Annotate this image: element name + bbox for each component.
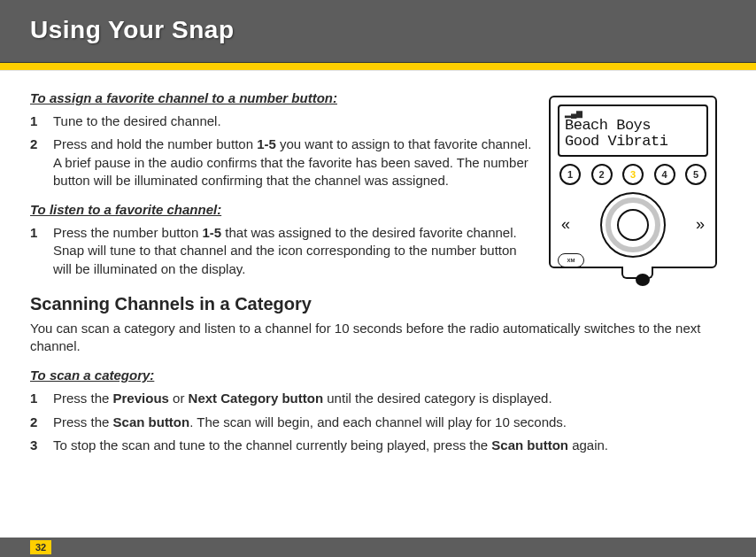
preset-button-1[interactable]: 1	[559, 164, 581, 185]
manual-page: Using Your Snap To assign a favorite cha…	[0, 0, 756, 557]
screen-line-1: Beach Boys	[565, 118, 701, 134]
step-text: Tune to the desired channel.	[53, 113, 221, 128]
step-text-mid: or	[169, 391, 189, 406]
header-band: Using Your Snap	[0, 0, 756, 62]
assign-steps: 1 Tune to the desired channel. 2 Press a…	[30, 112, 533, 190]
preset-button-5[interactable]: 5	[685, 164, 706, 185]
step-text-post: again.	[568, 437, 608, 453]
step-text-pre: Press the	[53, 391, 113, 406]
listen-heading: To listen to a favorite channel:	[30, 202, 533, 217]
step-text-bold: Scan button	[113, 414, 190, 429]
brand-badge: XM	[558, 253, 584, 267]
assign-step-1: 1 Tune to the desired channel.	[53, 112, 533, 130]
step-text-bold: Previous	[113, 391, 169, 406]
device-foot	[549, 267, 726, 279]
step-text-pre: Press the number button	[53, 225, 202, 240]
accent-band	[0, 62, 756, 71]
listen-step-1: 1 Press the number button 1-5 that was a…	[53, 224, 533, 278]
left-column: To assign a favorite channel to a number…	[30, 90, 533, 290]
step-number: 1	[30, 224, 37, 242]
scan-steps: 1 Press the Previous or Next Category bu…	[30, 390, 726, 454]
step-text-post: . The scan will begin, and each channel …	[189, 414, 567, 429]
page-number: 32	[30, 540, 51, 554]
device-screen: ▂▄▆ Beach Boys Good Vibrati	[558, 104, 708, 157]
scan-sub-heading: To scan a category:	[30, 367, 726, 383]
assign-heading: To assign a favorite channel to a number…	[30, 90, 533, 105]
assign-step-2: 2 Press and hold the number button 1-5 y…	[53, 135, 533, 190]
content: To assign a favorite channel to a number…	[0, 71, 756, 538]
step-text-bold: 1-5	[202, 225, 221, 240]
device-illustration: ▂▄▆ Beach Boys Good Vibrati 1 2 3 4 5 XM…	[549, 96, 717, 268]
step-text-bold2: Next Category button	[189, 391, 324, 406]
dial[interactable]	[600, 192, 666, 258]
screen-line-2: Good Vibrati	[565, 134, 701, 150]
preset-button-3[interactable]: 3	[622, 164, 644, 185]
page-title: Using Your Snap	[30, 16, 726, 44]
dial-center[interactable]	[617, 209, 649, 241]
scan-step-3: 3 To stop the scan and tune to the chann…	[53, 437, 726, 454]
step-text-bold: Scan button	[491, 437, 568, 453]
step-number: 3	[30, 437, 37, 454]
scanning-intro: You can scan a category and listen to a …	[30, 320, 726, 356]
plug-icon	[636, 274, 650, 286]
step-text-bold: 1-5	[257, 136, 276, 151]
preset-button-4[interactable]: 4	[654, 164, 675, 185]
step-number: 1	[30, 390, 37, 407]
step-number: 2	[30, 135, 37, 153]
scanning-heading: Scanning Channels in a Category	[30, 294, 726, 314]
next-icon[interactable]: »	[694, 215, 706, 234]
dial-ring	[606, 197, 660, 252]
step-text-pre: To stop the scan and tune to the channel…	[53, 437, 491, 453]
scan-step-2: 2 Press the Scan button. The scan will b…	[53, 414, 726, 431]
device-connector	[621, 267, 653, 279]
preset-button-2[interactable]: 2	[591, 164, 613, 185]
step-text-pre: Press the	[53, 414, 113, 429]
step-text-pre: Press and hold the number button	[53, 136, 257, 151]
listen-steps: 1 Press the number button 1-5 that was a…	[30, 224, 533, 278]
preset-row: 1 2 3 4 5	[558, 164, 708, 185]
step-number: 1	[30, 112, 37, 130]
device-column: ▂▄▆ Beach Boys Good Vibrati 1 2 3 4 5 XM…	[549, 90, 726, 290]
step-number: 2	[30, 414, 37, 431]
footer-band: 32	[0, 538, 756, 557]
step-text-post: until the desired category is displayed.	[323, 391, 552, 406]
previous-icon[interactable]: «	[559, 215, 572, 234]
scan-step-1: 1 Press the Previous or Next Category bu…	[53, 390, 726, 407]
